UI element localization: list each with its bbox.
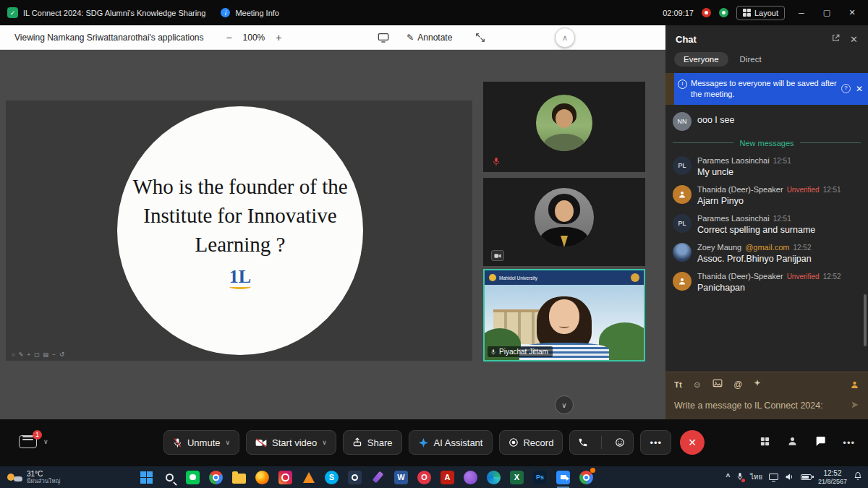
start-video-button[interactable]: Start video ∨ bbox=[246, 430, 336, 455]
expand-videos-button[interactable]: ∨ bbox=[555, 395, 574, 414]
taskbar-app-firefox[interactable] bbox=[255, 469, 270, 485]
edge-icon bbox=[487, 471, 501, 484]
tab-everyone[interactable]: Everyone bbox=[674, 52, 728, 67]
taskbar-app-instagram[interactable] bbox=[278, 469, 293, 485]
active-speaker-video[interactable]: Mahidol University Piyachat Jittam bbox=[483, 269, 645, 361]
taskbar-app-line[interactable] bbox=[185, 469, 200, 485]
annotation-tool-undo-icon[interactable]: ↺ bbox=[59, 351, 64, 358]
fullscreen-button[interactable] bbox=[475, 33, 485, 43]
taskbar-app-edge[interactable] bbox=[486, 469, 501, 485]
image-icon[interactable] bbox=[712, 379, 723, 390]
taskbar-app-pen-tool[interactable] bbox=[370, 469, 386, 485]
ai-assistant-button[interactable]: AI Assistant bbox=[409, 430, 493, 455]
start-button[interactable] bbox=[139, 469, 154, 485]
captions-button[interactable]: 1 bbox=[19, 435, 37, 448]
meeting-info-icon[interactable]: i bbox=[221, 8, 230, 17]
ai-sparkle-icon[interactable] bbox=[753, 379, 762, 390]
chevron-down-icon[interactable]: ∨ bbox=[43, 438, 48, 445]
unmute-button[interactable]: Unmute ∨ bbox=[163, 430, 239, 455]
minimize-button[interactable]: ─ bbox=[793, 9, 810, 17]
avatar[interactable]: PL bbox=[673, 214, 692, 233]
more-button[interactable]: ••• bbox=[640, 430, 671, 455]
maximize-button[interactable]: ▢ bbox=[818, 8, 835, 17]
meeting-info-label[interactable]: Meeting Info bbox=[235, 9, 279, 17]
taskbar-app-zoom[interactable] bbox=[556, 469, 571, 485]
annotation-tool-add-icon[interactable]: + bbox=[27, 351, 31, 358]
taskbar-app-paint[interactable] bbox=[463, 469, 478, 485]
avatar[interactable]: NN bbox=[673, 112, 692, 131]
security-shield-icon[interactable]: ✓ bbox=[7, 7, 18, 18]
pop-out-chat-button[interactable] bbox=[831, 33, 841, 46]
battery-tray-icon[interactable] bbox=[801, 474, 812, 480]
zoom-in-button[interactable]: + bbox=[272, 32, 285, 43]
avatar[interactable] bbox=[673, 185, 692, 204]
format-text-icon[interactable]: Tt bbox=[674, 380, 682, 389]
close-button[interactable]: ✕ bbox=[843, 8, 861, 17]
avatar[interactable] bbox=[673, 243, 692, 262]
view-options-button[interactable] bbox=[378, 33, 389, 43]
taskbar-app-chrome[interactable] bbox=[208, 469, 224, 485]
annotation-tool-fill-icon[interactable]: ▤ bbox=[43, 351, 49, 358]
taskbar-app-vlc[interactable] bbox=[301, 469, 316, 485]
mic-icon bbox=[490, 348, 496, 356]
reactions-button[interactable] bbox=[607, 431, 633, 454]
taskbar-app-opera[interactable]: O bbox=[417, 469, 432, 485]
notifications-bell-icon[interactable] bbox=[854, 471, 862, 484]
avatar[interactable] bbox=[673, 272, 692, 291]
taskbar-clock[interactable]: 12:52 21/8/2567 bbox=[818, 469, 847, 486]
connection-indicator-icon[interactable] bbox=[719, 8, 728, 17]
mention-icon[interactable]: @ bbox=[733, 380, 742, 390]
participants-icon bbox=[787, 435, 798, 447]
zoom-out-button[interactable]: − bbox=[223, 32, 236, 43]
close-chat-button[interactable]: ✕ bbox=[850, 34, 858, 45]
apps-button[interactable] bbox=[760, 436, 770, 450]
phone-button[interactable] bbox=[570, 431, 596, 454]
banner-close-icon[interactable]: ✕ bbox=[856, 83, 863, 95]
leave-meeting-button[interactable]: ✕ bbox=[680, 430, 705, 455]
taskbar-app-skype[interactable]: S bbox=[324, 469, 339, 485]
send-to-audience-icon[interactable] bbox=[850, 380, 859, 390]
chevron-up-icon[interactable]: ∨ bbox=[225, 439, 230, 446]
chat-toggle-button[interactable] bbox=[814, 435, 826, 450]
help-icon[interactable]: ? bbox=[841, 84, 851, 93]
chat-scrollbar[interactable] bbox=[864, 294, 867, 346]
send-icon[interactable] bbox=[851, 399, 859, 412]
participant-video-1[interactable] bbox=[483, 82, 645, 172]
layout-button[interactable]: Layout bbox=[736, 6, 785, 20]
taskbar-weather-widget[interactable]: 31°C มีฝนส่วนใหญ่ bbox=[0, 470, 109, 485]
annotation-tool-select-icon[interactable]: ○ bbox=[12, 351, 15, 358]
chevron-up-icon[interactable]: ∨ bbox=[322, 439, 327, 446]
recording-indicator-icon[interactable] bbox=[702, 8, 711, 17]
display-tray-icon[interactable] bbox=[769, 474, 778, 480]
sender-name: Thanida (Deer)-Speaker bbox=[697, 185, 783, 194]
collapse-panel-button[interactable]: ∧ bbox=[555, 27, 575, 48]
more-options-icon[interactable]: ••• bbox=[843, 437, 855, 448]
annotation-tool-pen-icon[interactable]: ✎ bbox=[19, 351, 24, 358]
record-button[interactable]: Record bbox=[498, 430, 563, 455]
share-button[interactable]: Share bbox=[343, 430, 402, 455]
volume-tray-icon[interactable] bbox=[785, 471, 794, 484]
avatar[interactable]: PL bbox=[673, 156, 692, 175]
taskbar-app-file-explorer[interactable] bbox=[231, 469, 247, 485]
taskbar-app-photoshop[interactable]: Ps bbox=[532, 469, 548, 485]
slide-annotation-toolbar[interactable]: ○ ✎ + ▢ ▤ − ↺ bbox=[12, 351, 64, 358]
tray-expand-icon[interactable]: ^ bbox=[726, 473, 731, 481]
taskbar-app-obs[interactable] bbox=[347, 469, 362, 485]
tray-mic-icon[interactable] bbox=[736, 472, 744, 481]
zoom-level[interactable]: 100% bbox=[243, 33, 265, 43]
chat-message-input[interactable] bbox=[674, 401, 846, 411]
chat-message-list[interactable]: NN ooo I see New messages PL Parames Lao… bbox=[665, 105, 868, 372]
participant-video-2[interactable] bbox=[483, 178, 645, 266]
tab-direct[interactable]: Direct bbox=[740, 55, 762, 64]
participants-button[interactable] bbox=[787, 435, 798, 450]
taskbar-app-acrobat[interactable]: A bbox=[440, 469, 455, 485]
taskbar-app-chrome-2[interactable] bbox=[579, 469, 594, 485]
emoji-icon[interactable]: ☺ bbox=[693, 380, 702, 390]
taskbar-search[interactable] bbox=[162, 469, 177, 485]
taskbar-app-excel[interactable]: X bbox=[509, 469, 524, 485]
taskbar-app-word[interactable]: W bbox=[393, 469, 409, 485]
annotation-tool-shape-icon[interactable]: ▢ bbox=[34, 351, 40, 358]
annotate-button[interactable]: ✎ Annotate bbox=[407, 33, 452, 43]
annotation-tool-erase-icon[interactable]: − bbox=[52, 351, 56, 358]
keyboard-language-indicator[interactable]: ไทย bbox=[750, 471, 762, 482]
